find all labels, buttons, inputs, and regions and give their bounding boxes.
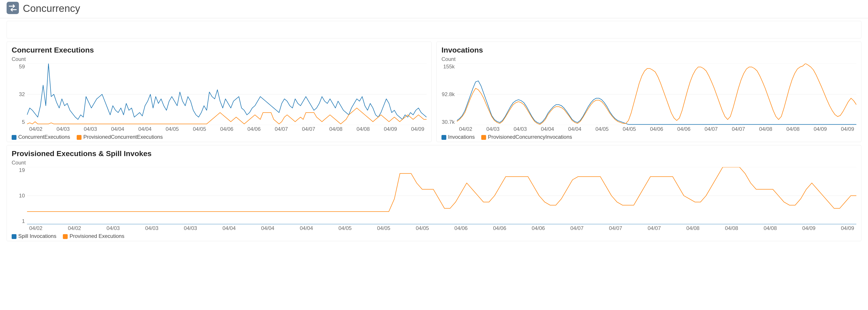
concurrency-icon [7, 2, 19, 15]
legend: ConcurrentExecutions ProvisionedConcurre… [12, 134, 427, 140]
chart-title: Invocations [441, 46, 856, 54]
legend: Invocations ProvisionedConcurrencyInvoca… [441, 134, 856, 140]
page-header: Concurrency [0, 0, 868, 18]
y-axis-label: Count [441, 56, 856, 62]
legend: Spill Invocations Provisioned Executions [12, 233, 856, 239]
y-ticks: 155k 92.8k 30.7k [441, 64, 457, 125]
y-axis-label: Count [12, 160, 856, 166]
y-ticks: 59 32 5 [12, 64, 27, 125]
x-ticks: 04/0204/0304/0304/0404/0404/0504/0504/06… [459, 126, 856, 132]
y-ticks: 19 10 1 [12, 167, 27, 224]
chart-title: Concurrent Executions [12, 46, 427, 54]
filter-panel [7, 21, 861, 38]
svg-rect-0 [7, 2, 19, 14]
chart-provisioned-spill: Provisioned Executions & Spill Invokes C… [7, 145, 861, 241]
plot-area [457, 64, 856, 125]
chart-invocations: Invocations Count 155k 92.8k 30.7k 04/02… [436, 41, 861, 142]
page-title: Concurrency [23, 2, 80, 14]
chart-title: Provisioned Executions & Spill Invokes [12, 149, 856, 158]
x-ticks: 04/0204/0204/0304/0304/0304/0404/0404/04… [29, 225, 856, 231]
y-axis-label: Count [12, 56, 427, 62]
plot-area [27, 64, 427, 125]
x-ticks: 04/0204/0304/0304/0404/0404/0504/0504/06… [29, 126, 427, 132]
chart-concurrent-executions: Concurrent Executions Count 59 32 5 04/0… [7, 41, 432, 142]
plot-area [27, 167, 856, 224]
